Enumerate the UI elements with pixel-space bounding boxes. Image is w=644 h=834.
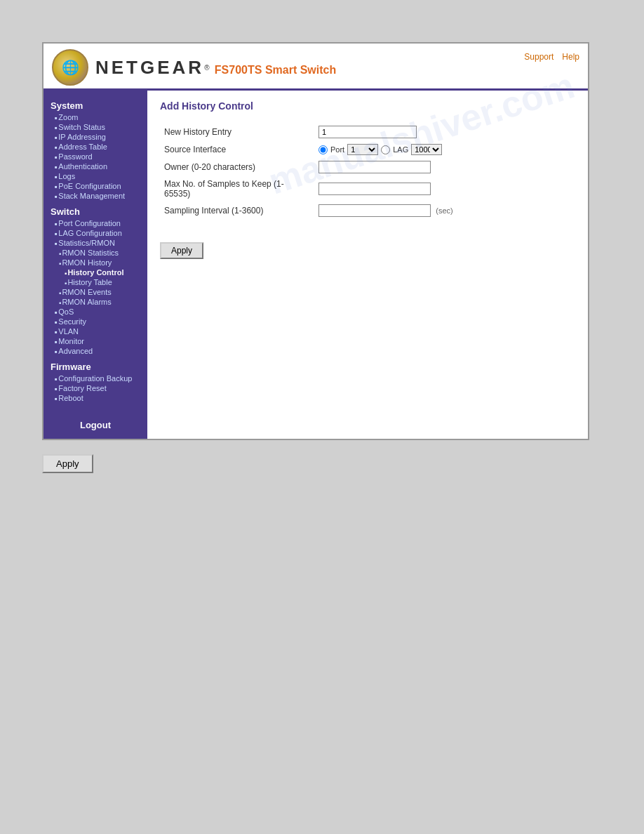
sidebar-item-monitor[interactable]: Monitor <box>43 336 147 346</box>
lag-label: LAG <box>393 145 408 154</box>
sidebar-item-poe-configuration[interactable]: PoE Configuration <box>43 181 147 191</box>
sidebar-item-vlan[interactable]: VLAN <box>43 326 147 336</box>
sidebar-scroll: System Zoom Switch Status IP Addressing … <box>43 98 147 435</box>
sidebar-item-port-configuration[interactable]: Port Configuration <box>43 218 147 228</box>
port-radio[interactable] <box>318 145 328 154</box>
sidebar-item-rmon-history[interactable]: RMON History <box>43 258 147 267</box>
body-area: System Zoom Switch Status IP Addressing … <box>43 91 588 439</box>
bottom-apply-button[interactable]: Apply <box>42 454 93 473</box>
form-row-max-samples: Max No. of Samples to Keep (1-65535) <box>160 176 575 201</box>
source-interface-controls: Port 1 2 3 4 LAG <box>318 144 571 155</box>
sidebar-item-authentication[interactable]: Authentication <box>43 161 147 171</box>
field-value-source-interface: Port 1 2 3 4 LAG <box>314 141 575 158</box>
lag-select[interactable]: 1000 <box>411 144 442 155</box>
apply-area: Apply <box>160 231 575 259</box>
sidebar-item-advanced[interactable]: Advanced <box>43 346 147 356</box>
form-row-new-history-entry: New History Entry <box>160 123 575 141</box>
brand-area: NETGEAR® FS700TS Smart Switch <box>95 57 336 79</box>
sidebar-item-configuration-backup[interactable]: Configuration Backup <box>43 373 147 383</box>
sidebar-item-rmon-events[interactable]: RMON Events <box>43 287 147 297</box>
sidebar-item-stack-management[interactable]: Stack Management <box>43 191 147 201</box>
sidebar-item-factory-reset[interactable]: Factory Reset <box>43 383 147 393</box>
bottom-apply-area: Apply <box>42 454 602 473</box>
sidebar-item-lag-configuration[interactable]: LAG Configuration <box>43 228 147 238</box>
product-name: FS700TS Smart Switch <box>215 64 336 76</box>
support-link[interactable]: Support <box>524 52 554 62</box>
field-value-new-history-entry <box>314 123 575 141</box>
sidebar: System Zoom Switch Status IP Addressing … <box>43 91 147 439</box>
sidebar-item-switch-status[interactable]: Switch Status <box>43 122 147 132</box>
logo-area: 🌐 NETGEAR® FS700TS Smart Switch <box>52 49 336 86</box>
sidebar-item-history-control[interactable]: History Control <box>43 267 147 277</box>
brand-name: NETGEAR® FS700TS Smart Switch <box>95 57 336 79</box>
field-label-sampling-interval: Sampling Interval (1-3600) <box>160 201 314 220</box>
sidebar-item-statistics-rmon[interactable]: Statistics/RMON <box>43 238 147 248</box>
sidebar-item-address-table[interactable]: Address Table <box>43 142 147 152</box>
header-links: Support Help <box>524 49 579 62</box>
logout-link[interactable]: Logout <box>43 413 147 435</box>
field-label-owner: Owner (0-20 characters) <box>160 158 314 176</box>
sidebar-item-zoom[interactable]: Zoom <box>43 112 147 122</box>
field-value-owner <box>314 158 575 176</box>
owner-input[interactable] <box>318 161 431 173</box>
sidebar-item-rmon-statistics[interactable]: RMON Statistics <box>43 248 147 258</box>
header: 🌐 NETGEAR® FS700TS Smart Switch Support … <box>43 44 588 91</box>
sidebar-item-password[interactable]: Password <box>43 152 147 161</box>
sidebar-item-rmon-alarms[interactable]: RMON Alarms <box>43 297 147 307</box>
port-label: Port <box>330 145 344 154</box>
sampling-interval-input[interactable] <box>318 204 431 217</box>
lag-radio[interactable] <box>381 145 390 154</box>
port-select[interactable]: 1 2 3 4 <box>347 144 378 155</box>
sec-label: (sec) <box>436 206 452 215</box>
sidebar-item-ip-addressing[interactable]: IP Addressing <box>43 132 147 142</box>
form-row-sampling-interval: Sampling Interval (1-3600) (sec) <box>160 201 575 220</box>
form-row-source-interface: Source Interface Port 1 2 3 4 <box>160 141 575 158</box>
sidebar-item-reboot[interactable]: Reboot <box>43 393 147 403</box>
sidebar-section-switch: Switch <box>43 204 147 218</box>
field-value-max-samples <box>314 176 575 201</box>
sidebar-section-firmware: Firmware <box>43 359 147 373</box>
sidebar-item-history-table[interactable]: History Table <box>43 277 147 287</box>
page-title: Add History Control <box>160 100 575 112</box>
field-label-source-interface: Source Interface <box>160 141 314 158</box>
field-label-new-history-entry: New History Entry <box>160 123 314 141</box>
netgear-logo: 🌐 <box>52 49 88 86</box>
field-label-max-samples: Max No. of Samples to Keep (1-65535) <box>160 176 314 201</box>
sidebar-section-system: System <box>43 98 147 112</box>
history-control-form: New History Entry Source Interface <box>160 123 575 220</box>
form-row-owner: Owner (0-20 characters) <box>160 158 575 176</box>
sidebar-item-logs[interactable]: Logs <box>43 171 147 181</box>
sidebar-item-security[interactable]: Security <box>43 317 147 326</box>
apply-button[interactable]: Apply <box>160 242 203 259</box>
main-content: manualshiver.com Add History Control New… <box>147 91 588 439</box>
help-link[interactable]: Help <box>562 52 579 62</box>
new-history-entry-input[interactable] <box>318 126 417 138</box>
sidebar-item-qos[interactable]: QoS <box>43 307 147 317</box>
max-samples-input[interactable] <box>318 183 431 195</box>
field-value-sampling-interval: (sec) <box>314 201 575 220</box>
